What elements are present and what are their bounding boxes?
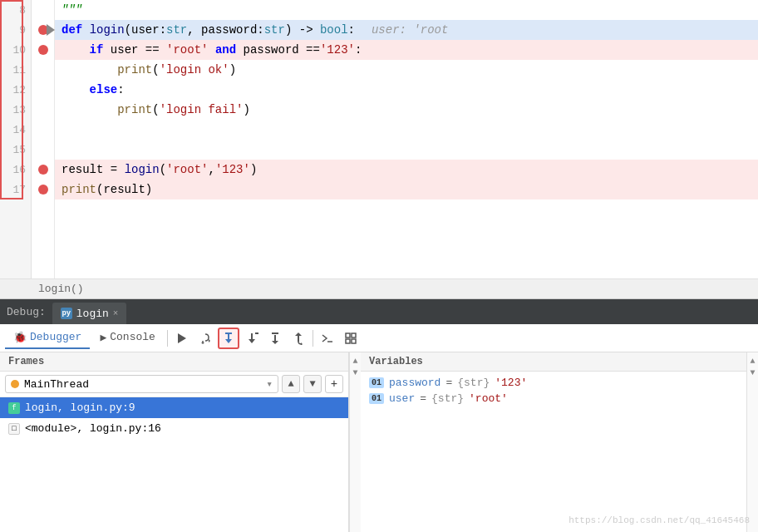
frame-item-module[interactable]: □ <module>, login.py:16 [0, 418, 348, 439]
debug-tab-name: login [76, 308, 109, 320]
var-scroll-up-icon[interactable]: ▲ [748, 356, 758, 366]
debug-tab[interactable]: py login × [52, 303, 127, 324]
btn-step-into[interactable] [218, 328, 239, 349]
var-badge-user: 01 [369, 393, 384, 404]
btn-memory[interactable] [340, 328, 362, 349]
toolbar-separator-1 [167, 330, 168, 347]
svg-marker-2 [201, 342, 204, 344]
code-line-17: print(result) [55, 180, 758, 200]
chevron-down-icon: ▾ [266, 377, 273, 391]
python-icon: py [61, 308, 72, 319]
line-num-11: 11 [0, 60, 31, 80]
var-badge-password: 01 [369, 377, 384, 388]
svg-marker-0 [209, 339, 210, 342]
bp-row-15[interactable] [32, 140, 54, 160]
btn-step-up[interactable] [288, 328, 309, 349]
svg-marker-7 [249, 339, 255, 343]
frame-item-login[interactable]: f login, login.py:9 [0, 397, 348, 418]
btn-step-out[interactable] [264, 328, 286, 349]
frames-scroll: ▲ ▼ [349, 352, 361, 532]
variables-panel: Variables 01 password = {str} '123' 01 u… [361, 352, 746, 532]
bp-row-14[interactable] [32, 120, 54, 140]
code-lines: """ def login(user:str, password:str) ->… [55, 0, 758, 278]
tab-console[interactable]: ▶ Console [91, 328, 163, 349]
btn-resume[interactable] [171, 328, 193, 349]
var-name-password: password [389, 377, 441, 389]
breakpoint-dot-17 [38, 185, 48, 195]
scroll-down-icon[interactable]: ▼ [351, 367, 361, 377]
var-name-user: user [389, 392, 415, 405]
console-icon: ▶ [100, 331, 106, 344]
btn-frame-up[interactable]: ▲ [282, 375, 300, 393]
thread-name: MainThread [24, 378, 89, 391]
bp-row-8[interactable] [32, 0, 54, 20]
btn-step-over[interactable] [194, 328, 216, 349]
arrow-indicator-9 [47, 24, 55, 36]
line-num-8: 8 [0, 0, 31, 20]
editor-area: 8 9 10 11 12 13 14 15 16 17 [0, 0, 758, 299]
gutter-wrapper: 8 9 10 11 12 13 14 15 16 17 [0, 0, 55, 278]
scroll-up-icon[interactable]: ▲ [351, 356, 361, 366]
frames-list: f login, login.py:9 □ <module>, login.py… [0, 397, 348, 532]
line-num-10: 10 [0, 40, 31, 60]
bp-row-16[interactable] [32, 160, 54, 180]
line-num-13: 13 [0, 100, 31, 120]
breakpoint-dot-10 [38, 45, 48, 55]
svg-rect-18 [346, 339, 350, 343]
thread-dot [11, 380, 19, 388]
frames-header: Frames [0, 352, 348, 372]
code-line-10: if user == 'root' and password =='123': [55, 40, 758, 60]
var-type-user: {str} [431, 392, 464, 405]
var-scroll-down-icon[interactable]: ▼ [748, 367, 758, 377]
svg-marker-4 [225, 339, 232, 343]
variables-scroll: ▲ ▼ [746, 352, 758, 532]
btn-frame-down[interactable]: ▼ [303, 375, 322, 393]
debug-content: Frames MainThread ▾ ▲ ▼ + f login, login… [0, 352, 758, 532]
debug-toolbar: 🐞 Debugger ▶ Console [0, 324, 758, 352]
line-num-17: 17 [0, 180, 31, 200]
svg-marker-13 [295, 332, 302, 336]
breakpoint-dot-16 [38, 165, 48, 175]
thread-selector[interactable]: MainThread ▾ [5, 375, 278, 393]
code-line-9: def login(user:str, password:str) -> boo… [55, 20, 758, 40]
svg-rect-19 [352, 339, 356, 343]
line-num-12: 12 [0, 80, 31, 100]
code-line-11: print('login ok') [55, 60, 758, 80]
debug-label: Debug: [7, 306, 46, 318]
btn-add-frame[interactable]: + [325, 375, 343, 393]
code-line-14 [55, 120, 758, 140]
line-num-9: 9 [0, 20, 31, 40]
function-hint: login() [0, 278, 758, 298]
code-line-16: result = login('root','123') [55, 160, 758, 180]
debug-tab-bar: Debug: py login × [0, 299, 758, 324]
variables-list: 01 password = {str} '123' 01 user = {str… [361, 372, 746, 410]
svg-rect-16 [346, 333, 350, 337]
btn-step-out-cursor[interactable] [241, 328, 263, 349]
line-num-16: 16 [0, 160, 31, 180]
bp-row-9[interactable] [32, 20, 54, 40]
svg-marker-10 [272, 341, 278, 344]
code-line-13: print('login fail') [55, 100, 758, 120]
line-num-14: 14 [0, 120, 31, 140]
frames-panel: Frames MainThread ▾ ▲ ▼ + f login, login… [0, 352, 349, 532]
code-container: 8 9 10 11 12 13 14 15 16 17 [0, 0, 758, 278]
bp-row-11[interactable] [32, 60, 54, 80]
bp-row-12[interactable] [32, 80, 54, 100]
code-line-12: else: [55, 80, 758, 100]
var-item-user: 01 user = {str} 'root' [369, 392, 738, 405]
btn-evaluate[interactable] [317, 328, 338, 349]
debug-panel: Debug: py login × 🐞 Debugger ▶ Console [0, 299, 758, 532]
var-type-password: {str} [457, 377, 490, 389]
var-item-password: 01 password = {str} '123' [369, 377, 738, 389]
tab-debugger[interactable]: 🐞 Debugger [5, 328, 90, 349]
bp-row-13[interactable] [32, 100, 54, 120]
hint-text-9: user: 'root [372, 20, 448, 40]
bp-row-17[interactable] [32, 180, 54, 200]
bp-row-10[interactable] [32, 40, 54, 60]
var-value-user: 'root' [469, 392, 508, 405]
line-num-15: 15 [0, 140, 31, 160]
debug-tab-close[interactable]: × [113, 308, 119, 318]
code-line-15 [55, 140, 758, 160]
breakpoint-gutter [32, 0, 55, 278]
svg-rect-17 [352, 333, 356, 337]
